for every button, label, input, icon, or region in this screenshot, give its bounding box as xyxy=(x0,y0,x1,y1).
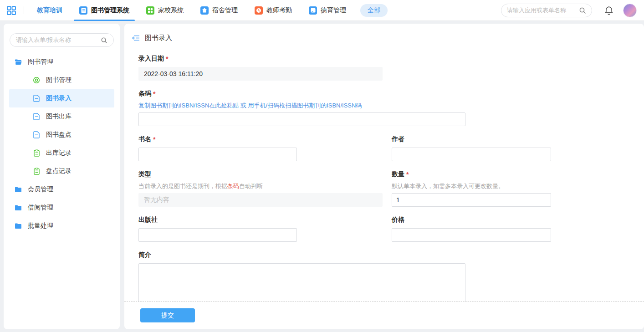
required-mark: * xyxy=(153,90,155,97)
main-panel: 图书录入 录入日期* 2022-03-03 16:11:20 条码* 复制图书期… xyxy=(124,24,644,329)
moral-education-icon xyxy=(309,6,317,15)
tab-home-school-system[interactable]: 家校系统 xyxy=(141,0,189,21)
barcode-field: 条码* 复制图书期刊的ISBN/ISSN在此处粘贴 或 用手机/扫码枪扫描图书期… xyxy=(138,90,644,126)
folder-icon xyxy=(15,204,22,211)
folder-icon xyxy=(15,186,22,193)
form-search-input[interactable]: 请输入表单/报表名称 xyxy=(10,33,114,47)
sidebar-item-batch-processing-folder[interactable]: 批量处理 xyxy=(9,217,114,235)
user-avatar[interactable] xyxy=(623,4,637,17)
divider xyxy=(24,6,24,14)
bell-icon[interactable] xyxy=(605,6,613,15)
document-icon xyxy=(33,131,40,138)
target-circle-icon xyxy=(33,77,40,84)
menu-fold-icon[interactable] xyxy=(132,35,140,41)
name-author-row: 书名* 作者 xyxy=(138,135,644,161)
sidebar-item-label: 借阅管理 xyxy=(28,204,53,212)
type-value-disabled: 暂无内容 xyxy=(138,193,383,207)
tab-dormitory-management[interactable]: 宿舍管理 xyxy=(195,0,243,21)
teacher-attendance-icon xyxy=(255,6,263,15)
global-search-input[interactable]: 请输入应用或表单名称 xyxy=(501,4,592,17)
field-label: 类型 xyxy=(138,170,383,179)
price-input[interactable] xyxy=(392,228,551,242)
tab-label: 德育管理 xyxy=(321,6,346,15)
content-area: 请输入表单/报表名称 图书管理 图书管理 xyxy=(0,21,644,332)
entry-date-value[interactable]: 2022-03-03 16:11:20 xyxy=(138,67,383,81)
required-mark: * xyxy=(406,171,409,178)
intro-field: 简介 xyxy=(138,251,644,302)
document-icon xyxy=(33,95,40,102)
field-label: 作者 xyxy=(392,135,551,143)
sidebar-item-inventory-records[interactable]: 盘点记录 xyxy=(9,162,114,180)
page-title: 图书录入 xyxy=(145,34,172,42)
author-field: 作者 xyxy=(392,135,551,161)
intro-textarea[interactable] xyxy=(138,263,465,302)
tab-library-management-system[interactable]: 图书管理系统 xyxy=(74,0,135,21)
tab-label: 图书管理系统 xyxy=(91,6,129,15)
price-field: 价格 xyxy=(392,216,551,242)
type-field: 类型 当前录入的是图书还是期刊，根据条码自动判断 暂无内容 xyxy=(138,170,383,207)
sidebar-item-book-inventory[interactable]: 图书盘点 xyxy=(9,126,114,144)
sidebar-item-label: 图书管理 xyxy=(28,58,53,66)
folder-open-icon xyxy=(15,59,22,65)
tab-label: 家校系统 xyxy=(158,6,184,15)
sidebar-item-borrow-management-folder[interactable]: 借阅管理 xyxy=(9,199,114,217)
quantity-field: 数量* 默认单本录入，如需多本录入可更改数量。 xyxy=(392,170,551,207)
publisher-field: 出版社 xyxy=(138,216,383,242)
tab-label: 教育培训 xyxy=(37,6,62,15)
tab-moral-education[interactable]: 德育管理 xyxy=(303,0,352,21)
field-label: 录入日期* xyxy=(138,55,644,63)
field-label: 价格 xyxy=(392,216,551,224)
main-header: 图书录入 xyxy=(124,24,644,46)
sidebar-item-book-management-folder[interactable]: 图书管理 xyxy=(9,53,114,71)
sidebar-item-label: 盘点记录 xyxy=(46,167,72,175)
all-apps-filter[interactable]: 全部 xyxy=(360,4,388,17)
clipboard-icon xyxy=(33,168,40,175)
book-entry-form: 录入日期* 2022-03-03 16:11:20 条码* 复制图书期刊的ISB… xyxy=(124,46,644,302)
barcode-hint: 复制图书期刊的ISBN/ISSN在此处粘贴 或 用手机/扫码枪扫描图书期刊的IS… xyxy=(138,102,644,110)
quantity-input[interactable] xyxy=(392,193,551,207)
field-label: 简介 xyxy=(138,251,644,259)
sidebar-item-checkout-records[interactable]: 出库记录 xyxy=(9,144,114,162)
field-label: 条码* xyxy=(138,90,644,98)
field-label: 书名* xyxy=(138,135,383,143)
folder-icon xyxy=(15,223,22,229)
field-label: 数量* xyxy=(392,170,551,179)
author-input[interactable] xyxy=(392,148,551,161)
form-footer: 提交 xyxy=(124,302,644,329)
sidebar-item-label: 会员管理 xyxy=(28,185,53,194)
tab-label: 宿舍管理 xyxy=(212,6,238,15)
book-name-field: 书名* xyxy=(138,135,383,161)
required-mark: * xyxy=(166,55,168,62)
home-school-icon xyxy=(146,6,154,15)
sidebar-item-label: 图书盘点 xyxy=(46,131,72,139)
sidebar-item-label: 出库记录 xyxy=(46,149,72,157)
field-label: 出版社 xyxy=(138,216,383,224)
search-icon xyxy=(101,37,107,44)
tab-teacher-attendance[interactable]: 教师考勤 xyxy=(249,0,297,21)
book-name-input[interactable] xyxy=(138,148,297,161)
tab-education-training[interactable]: 教育培训 xyxy=(31,0,68,21)
top-navigation-bar: 教育培训 图书管理系统 家校系统 宿舍管理 教师考勤 德育管理 全部 请输入 xyxy=(0,0,644,21)
tab-label: 教师考勤 xyxy=(266,6,292,15)
sidebar-tree: 图书管理 图书管理 图书录入 图书出库 xyxy=(9,53,114,235)
sidebar-item-book-checkout[interactable]: 图书出库 xyxy=(9,107,114,126)
type-quantity-row: 类型 当前录入的是图书还是期刊，根据条码自动判断 暂无内容 数量* 默认单本录入… xyxy=(138,170,644,207)
sidebar-item-book-entry[interactable]: 图书录入 xyxy=(9,89,114,107)
sidebar: 请输入表单/报表名称 图书管理 图书管理 xyxy=(4,24,120,329)
sidebar-item-label: 图书管理 xyxy=(46,76,72,84)
search-placeholder: 请输入应用或表单名称 xyxy=(507,6,566,15)
barcode-input[interactable] xyxy=(138,112,465,126)
entry-date-field: 录入日期* 2022-03-03 16:11:20 xyxy=(138,55,644,81)
type-hint: 当前录入的是图书还是期刊，根据条码自动判断 xyxy=(138,182,383,190)
sidebar-item-label: 图书出库 xyxy=(46,112,72,121)
quantity-hint: 默认单本录入，如需多本录入可更改数量。 xyxy=(392,182,551,190)
barcode-link[interactable]: 条码 xyxy=(227,183,239,189)
clipboard-icon xyxy=(33,149,40,157)
sidebar-item-member-management-folder[interactable]: 会员管理 xyxy=(9,180,114,199)
search-placeholder: 请输入表单/报表名称 xyxy=(16,36,71,44)
publisher-input[interactable] xyxy=(138,228,297,242)
sidebar-item-book-management[interactable]: 图书管理 xyxy=(9,71,114,89)
submit-button[interactable]: 提交 xyxy=(140,308,195,322)
book-system-icon xyxy=(79,6,87,15)
apps-grid-icon[interactable] xyxy=(6,5,16,15)
